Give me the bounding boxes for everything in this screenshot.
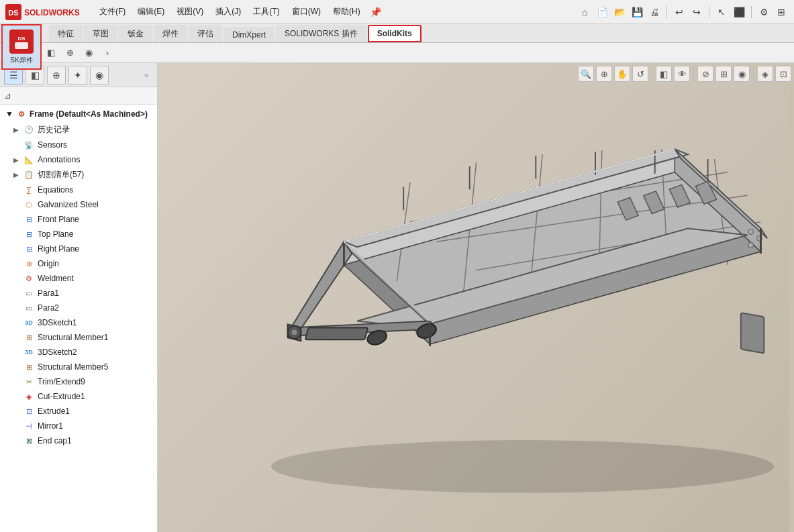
panel-tab-config[interactable]: ⊕ [47, 66, 66, 85]
annot-label: Annotations [38, 155, 80, 164]
tree-item-origin[interactable]: ⊕ Origin [0, 256, 157, 271]
tab-dimxpert[interactable]: DimXpert [224, 27, 275, 42]
vp-sep3 [753, 67, 754, 81]
tb-select[interactable]: ↖ [714, 5, 729, 19]
tab-sketch[interactable]: 草图 [84, 25, 117, 42]
viewport-toolbar: 🔍 ⊕ ✋ ↺ ◧ 👁 ⊘ ⊞ ◉ ◈ ⊡ [578, 66, 791, 82]
menu-bar: 文件(F) 编辑(E) 视图(V) 插入(J) 工具(T) 窗口(W) 帮助(H… [94, 4, 569, 19]
cut-icon: ◈ [23, 391, 34, 402]
root-icon: ⚙ [16, 109, 27, 119]
tb-open[interactable]: 📂 [612, 5, 627, 19]
menu-insert[interactable]: 插入(J) [210, 4, 246, 19]
trim-icon: ✂ [23, 376, 34, 387]
tb-separator2 [709, 6, 709, 18]
tree-root-label: Frame (Default<As Machined>) [30, 109, 148, 119]
cutlist-label: 切割清单(57) [38, 169, 84, 180]
vp-appearance[interactable]: ◉ [734, 66, 750, 82]
para2-icon: ▭ [23, 303, 34, 313]
tree-item-extrude[interactable]: ⊡ Extrude1 [0, 404, 157, 419]
tree-item-mirror[interactable]: ⊣ Mirror1 [0, 419, 157, 433]
viewport[interactable]: 🔍 ⊕ ✋ ↺ ◧ 👁 ⊘ ⊞ ◉ ◈ ⊡ [158, 63, 794, 532]
panel-expand-arrow[interactable]: » [140, 68, 153, 82]
vp-shadows[interactable]: ⊡ [775, 66, 791, 82]
tree-item-trim[interactable]: ✂ Trim/Extend9 [0, 374, 157, 389]
sensors-label: Sensors [38, 140, 67, 150]
tb-print[interactable]: 🖨 [647, 5, 662, 19]
tb-settings[interactable]: ⚙ [756, 5, 771, 19]
fp-label: Front Plane [38, 215, 79, 224]
tree-item-equations[interactable]: ∑ Equations [0, 182, 157, 197]
mat-icon: ⬡ [23, 199, 34, 210]
tb-options1[interactable]: ⬛ [732, 5, 746, 19]
sm5-icon: ⊞ [23, 362, 34, 372]
title-bar: DS SOLIDWORKS 文件(F) 编辑(E) 视图(V) 插入(J) 工具… [0, 0, 794, 24]
panel-tab-display[interactable]: ◉ [90, 66, 109, 85]
tab-evaluate[interactable]: 评估 [189, 25, 222, 42]
tree-item-cut-extrude[interactable]: ◈ Cut-Extrude1 [0, 389, 157, 404]
rp-label: Right Plane [38, 244, 79, 254]
sk1-icon: 3D [23, 317, 34, 328]
tree-item-material[interactable]: ⬡ Galvanized Steel [0, 197, 157, 212]
sm1-label: Structural Member1 [38, 333, 108, 342]
sm1-icon: ⊞ [23, 332, 34, 343]
vp-zoom[interactable]: ⊕ [596, 66, 612, 82]
vp-view-orient[interactable]: ⊞ [715, 66, 732, 82]
tree-item-front-plane[interactable]: ⊟ Front Plane [0, 212, 157, 227]
tb2-circle[interactable]: ◉ [81, 45, 97, 61]
menu-edit[interactable]: 编辑(E) [132, 4, 170, 19]
tree-item-weldment[interactable]: ⚙ Weldment [0, 271, 157, 286]
tab-sheetmetal[interactable]: 钣金 [119, 25, 152, 42]
menu-file[interactable]: 文件(F) [94, 4, 131, 19]
tree-item-annotations[interactable]: ▶ 📐 Annotations [0, 152, 157, 167]
app-quick-launch[interactable]: DS SK焊件 [1, 24, 42, 70]
tb-redo[interactable]: ↪ [689, 5, 704, 19]
vp-pan[interactable]: ✋ [614, 66, 630, 82]
tb-undo[interactable]: ↩ [672, 5, 687, 19]
vp-section-view[interactable]: ⊘ [697, 66, 713, 82]
tb-home[interactable]: ⌂ [577, 5, 592, 19]
tree-root[interactable]: ▼ ⚙ Frame (Default<As Machined>) [0, 106, 157, 122]
tree-item-para2[interactable]: ▭ Para2 [0, 301, 157, 315]
tree-item-structural5[interactable]: ⊞ Structural Member5 [0, 360, 157, 374]
feature-tree[interactable]: ▼ ⚙ Frame (Default<As Machined>) ▶ 🕐 历史记… [0, 105, 157, 532]
tb-more[interactable]: ⊞ [774, 5, 789, 19]
tree-item-sensors[interactable]: 📡 Sensors [0, 138, 157, 152]
tree-item-structural1[interactable]: ⊞ Structural Member1 [0, 330, 157, 345]
tb2-more-arrow[interactable]: › [99, 45, 115, 61]
tab-solidkits[interactable]: SolidKits [368, 25, 421, 42]
tb-save[interactable]: 💾 [630, 5, 644, 19]
annot-expand: ▶ [13, 156, 20, 164]
vp-zoom-to-fit[interactable]: 🔍 [578, 66, 594, 82]
rp-icon: ⊟ [23, 244, 34, 254]
tree-item-3dsketch2[interactable]: 3D 3DSketch2 [0, 345, 157, 360]
tree-item-top-plane[interactable]: ⊟ Top Plane [0, 227, 157, 242]
vp-hide-show[interactable]: 👁 [674, 66, 690, 82]
tb2-tree-view[interactable]: ◧ [43, 45, 59, 61]
vp-rotate[interactable]: ↺ [632, 66, 648, 82]
tree-item-cutlist[interactable]: ▶ 📋 切割清单(57) [0, 167, 157, 182]
tree-item-para1[interactable]: ▭ Para1 [0, 286, 157, 301]
para1-icon: ▭ [23, 288, 34, 299]
tab-sw-addins[interactable]: SOLIDWORKS 插件 [276, 25, 366, 42]
menu-view[interactable]: 视图(V) [171, 4, 209, 19]
svg-point-41 [748, 229, 754, 234]
ec-label: End cap1 [38, 436, 72, 445]
menu-window[interactable]: 窗口(W) [287, 4, 326, 19]
panel-tab-dxpert[interactable]: ✦ [68, 66, 87, 85]
tb-new[interactable]: 📄 [595, 5, 609, 19]
menu-tools[interactable]: 工具(T) [248, 4, 285, 19]
vp-realview[interactable]: ◈ [757, 66, 773, 82]
root-expand: ▼ [5, 109, 13, 119]
tree-item-right-plane[interactable]: ⊟ Right Plane [0, 242, 157, 256]
tree-item-3dsketch1[interactable]: 3D 3DSketch1 [0, 315, 157, 330]
tb2-add[interactable]: ⊕ [62, 45, 78, 61]
tree-item-endcap[interactable]: ⊠ End cap1 [0, 433, 157, 448]
tree-item-history[interactable]: ▶ 🕐 历史记录 [0, 122, 157, 138]
cutlist-icon: 📋 [23, 170, 34, 180]
menu-help[interactable]: 帮助(H) [328, 4, 366, 19]
vp-display-style[interactable]: ◧ [656, 66, 672, 82]
tab-features[interactable]: 特征 [49, 25, 83, 42]
tab-weldment[interactable]: 焊件 [154, 25, 187, 42]
filter-icon: ⊿ [4, 91, 11, 101]
svg-rect-40 [741, 313, 764, 353]
